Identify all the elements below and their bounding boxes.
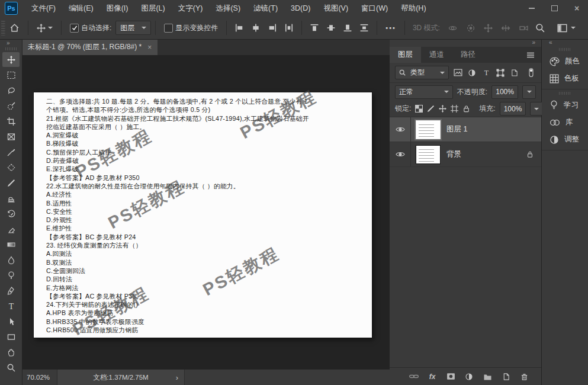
menu-3d[interactable]: 3D(D)	[284, 0, 317, 17]
align-vertical-centers-button[interactable]	[323, 19, 339, 37]
type-tool[interactable]: T	[2, 299, 20, 313]
pen-tool[interactable]	[2, 283, 20, 298]
layer-visibility-toggle[interactable]	[390, 142, 411, 166]
layer-name[interactable]: 背景	[446, 149, 461, 159]
menu-edit[interactable]: 编辑(E)	[62, 0, 100, 17]
menu-file[interactable]: 文件(F)	[25, 0, 62, 17]
document-tab[interactable]: 未标题-1 @ 70% (图层 1, RGB/8#) * ×	[22, 39, 158, 55]
opacity-dropdown-button[interactable]	[522, 85, 536, 99]
align-left-edges-button[interactable]	[231, 19, 248, 37]
fill-field[interactable]: 100%	[500, 102, 526, 116]
panel-button-learn[interactable]: 学习	[542, 97, 588, 114]
zoom-tool[interactable]	[2, 360, 20, 375]
panel-button-adjustments[interactable]: 调整	[542, 131, 588, 148]
opacity-field[interactable]: 100%	[491, 85, 518, 99]
document-size-field[interactable]: 文档:1.37M/2.75M ›	[57, 370, 185, 385]
new-group-button[interactable]	[482, 371, 493, 382]
document-page[interactable]: 二、多项选择题:共 10 题.每题 2 分。每题的备选项中,有 2 个或 2 个…	[34, 92, 372, 338]
panel-button-color[interactable]: 颜色	[542, 53, 588, 70]
crop-tool[interactable]	[2, 114, 20, 129]
eraser-tool[interactable]	[2, 222, 20, 236]
delete-layer-button[interactable]	[519, 371, 529, 382]
layer-thumbnail[interactable]	[416, 146, 440, 163]
lock-position-button[interactable]	[439, 103, 446, 115]
menu-window[interactable]: 窗口(W)	[355, 0, 394, 17]
tab-close-icon[interactable]: ×	[147, 43, 152, 52]
tab-channels[interactable]: 通道	[421, 47, 452, 63]
lock-transparent-pixels-button[interactable]	[415, 103, 423, 115]
filter-adjustment-layers-button[interactable]	[467, 67, 477, 79]
options-bar-grip[interactable]	[1, 20, 5, 36]
align-top-edges-button[interactable]	[306, 19, 323, 37]
filter-shape-layers-button[interactable]	[496, 67, 506, 79]
align-right-edges-button[interactable]	[264, 19, 281, 37]
adjustment-layer-button[interactable]	[464, 371, 474, 382]
distribute-vertical-button[interactable]	[356, 19, 372, 37]
blend-mode-dropdown[interactable]: 正常	[395, 85, 453, 99]
brush-tool[interactable]	[2, 175, 20, 190]
collapse-panel-button[interactable]: »	[532, 39, 541, 47]
menu-view[interactable]: 视图(V)	[317, 0, 355, 17]
quick-selection-tool[interactable]	[2, 98, 20, 113]
tab-layers[interactable]: 图层	[390, 47, 421, 63]
3d-roll-button[interactable]	[462, 19, 480, 37]
menu-type[interactable]: 文字(Y)	[172, 0, 210, 17]
layer-visibility-toggle[interactable]	[390, 117, 411, 142]
filter-smart-objects-button[interactable]	[509, 67, 519, 79]
workspace-switcher-button[interactable]	[553, 19, 580, 37]
move-tool[interactable]	[2, 52, 20, 67]
3d-slide-button[interactable]	[497, 19, 515, 37]
auto-select-target-dropdown[interactable]: 图层	[115, 21, 151, 35]
layer-name[interactable]: 图层 1	[446, 124, 467, 134]
panel-button-libraries[interactable]: 库	[542, 114, 588, 131]
menu-image[interactable]: 图像(I)	[100, 0, 135, 17]
expand-panels-button[interactable]: «	[542, 39, 588, 47]
zoom-level-field[interactable]: 70.02%	[22, 374, 57, 381]
rectangular-marquee-tool[interactable]	[2, 68, 20, 82]
minimize-button[interactable]	[520, 0, 543, 17]
link-layers-button[interactable]	[409, 371, 419, 382]
clone-stamp-tool[interactable]	[2, 191, 20, 206]
frame-tool[interactable]	[2, 129, 20, 144]
panel-menu-button[interactable]	[520, 52, 541, 58]
lock-artboard-button[interactable]	[451, 103, 458, 115]
menu-help[interactable]: 帮助(H)	[394, 0, 432, 17]
menu-layer[interactable]: 图层(L)	[134, 0, 171, 17]
menu-select[interactable]: 选择(S)	[209, 0, 247, 17]
layer-styles-button[interactable]: fx	[427, 371, 438, 382]
blur-tool[interactable]	[2, 252, 20, 267]
status-expand-icon[interactable]: ›	[176, 373, 178, 382]
auto-select-checkbox[interactable]: 自动选择:	[66, 19, 115, 37]
panel-button-swatches[interactable]: 色板	[542, 70, 588, 87]
3d-camera-zoom-button[interactable]	[515, 19, 533, 37]
menu-filter[interactable]: 滤镜(T)	[247, 0, 284, 17]
rectangle-tool[interactable]	[2, 329, 20, 344]
maximize-button[interactable]	[543, 0, 565, 17]
filter-image-layers-button[interactable]	[453, 67, 463, 79]
dodge-tool[interactable]	[2, 268, 20, 283]
add-layer-mask-button[interactable]	[445, 371, 456, 382]
more-align-options-button[interactable]: •••	[381, 19, 400, 37]
move-tool-preset[interactable]	[33, 19, 57, 37]
filter-type-layers-button[interactable]: T	[481, 67, 491, 79]
gradient-tool[interactable]	[2, 237, 20, 252]
photoshop-logo-icon[interactable]: Ps	[5, 2, 18, 15]
close-button[interactable]: ×	[565, 0, 588, 17]
layer-row-background[interactable]: 背景	[390, 142, 541, 167]
layer-filter-dropdown[interactable]: 类型	[395, 66, 449, 79]
hand-tool[interactable]	[2, 345, 20, 360]
distribute-horizontal-button[interactable]	[281, 19, 297, 37]
new-layer-button[interactable]	[500, 371, 511, 382]
align-bottom-edges-button[interactable]	[339, 19, 356, 37]
eyedropper-tool[interactable]	[2, 145, 20, 159]
show-transform-checkbox[interactable]: 显示变换控件	[160, 19, 222, 37]
lock-image-pixels-button[interactable]	[427, 103, 435, 115]
history-brush-tool[interactable]	[2, 206, 20, 221]
home-button[interactable]	[5, 19, 24, 37]
healing-brush-tool[interactable]	[2, 160, 20, 175]
lock-all-button[interactable]	[462, 103, 470, 115]
3d-pan-button[interactable]	[480, 19, 497, 37]
align-horizontal-centers-button[interactable]	[248, 19, 264, 37]
path-selection-tool[interactable]	[2, 314, 20, 329]
3d-orbit-button[interactable]	[444, 19, 462, 37]
